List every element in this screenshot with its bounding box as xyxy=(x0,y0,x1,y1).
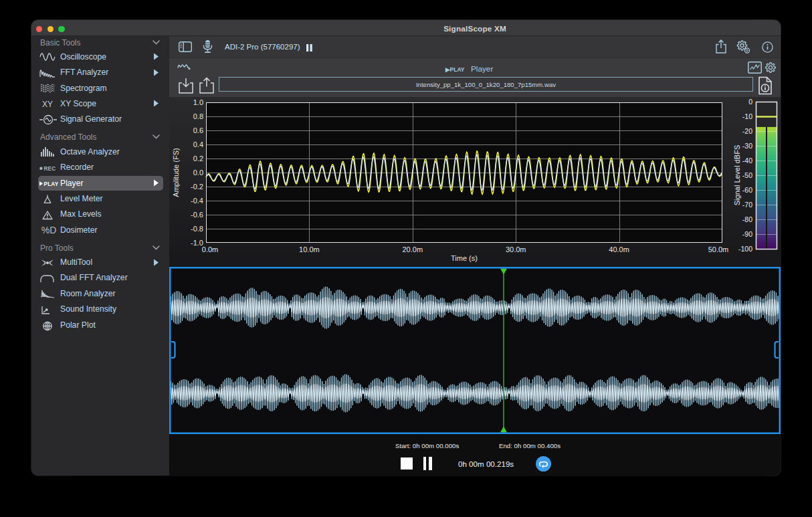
svg-text:PLAY: PLAY xyxy=(44,181,59,187)
svg-text:-0.8: -0.8 xyxy=(191,225,203,233)
svg-text:0.6: 0.6 xyxy=(193,126,203,134)
svg-text:-0.2: -0.2 xyxy=(191,183,203,191)
svg-text:0.0: 0.0 xyxy=(193,169,203,177)
svg-text:30.0m: 30.0m xyxy=(506,245,526,253)
svg-text:0: 0 xyxy=(748,98,752,106)
svg-text:-20: -20 xyxy=(742,127,752,135)
svg-text:-90: -90 xyxy=(742,230,752,238)
svg-text:-40: -40 xyxy=(742,157,752,165)
svg-text:Signal Level dBFS: Signal Level dBFS xyxy=(733,145,741,206)
svg-text:-30: -30 xyxy=(742,142,752,150)
svg-text:1.0: 1.0 xyxy=(193,98,203,106)
svg-text:-70: -70 xyxy=(742,201,752,209)
svg-text:-60: -60 xyxy=(742,186,752,194)
svg-text:REC: REC xyxy=(44,166,56,171)
svg-text:-10: -10 xyxy=(742,112,752,120)
svg-text:Time (s): Time (s) xyxy=(451,254,478,262)
svg-text:0.0m: 0.0m xyxy=(202,245,218,253)
svg-text:50.0m: 50.0m xyxy=(708,245,729,253)
svg-text:-80: -80 xyxy=(742,215,752,223)
svg-text:XY: XY xyxy=(42,100,53,109)
svg-text:0.8: 0.8 xyxy=(193,112,203,120)
svg-text:10.0m: 10.0m xyxy=(299,245,320,253)
svg-text:40.0m: 40.0m xyxy=(609,245,629,253)
svg-text:0.4: 0.4 xyxy=(193,140,203,148)
svg-text:Amplitude (FS): Amplitude (FS) xyxy=(172,148,180,197)
svg-text:-100: -100 xyxy=(738,245,752,253)
svg-text:-50: -50 xyxy=(742,171,752,179)
svg-text:-0.6: -0.6 xyxy=(191,211,203,219)
svg-text:-0.4: -0.4 xyxy=(191,197,203,205)
svg-text:0.2: 0.2 xyxy=(193,154,203,163)
svg-text:20.0m: 20.0m xyxy=(403,245,423,253)
